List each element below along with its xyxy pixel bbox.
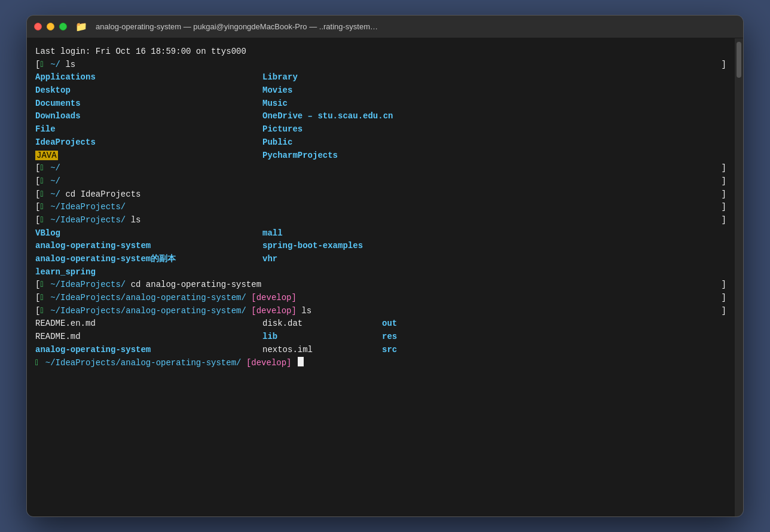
java-highlighted: JAVA <box>35 151 58 160</box>
terminal-body[interactable]: Last login: Fri Oct 16 18:59:00 on ttys0… <box>27 38 735 516</box>
login-line: Last login: Fri Oct 16 18:59:00 on ttys0… <box>35 45 726 59</box>
terminal-cursor <box>298 357 304 366</box>
ls-row7: JAVA PycharmProjects <box>35 149 726 163</box>
out: out <box>382 319 397 328</box>
ls-row2: Desktop Movies <box>35 84 726 97</box>
ls-col1-row1: Applications <box>35 71 262 84</box>
learn-spring: learn_spring <box>35 266 96 279</box>
ls-row3: Documents Music <box>35 97 726 111</box>
ls-row4: Downloads OneDrive – stu.scau.edu.cn <box>35 110 726 123</box>
bracket-close: ] <box>722 59 726 72</box>
path-home: ~/ <box>45 59 60 72</box>
idea-ls-row3: analog-operating-system的副本 vhr <box>35 253 726 266</box>
readme-md: README.md <box>35 332 81 341</box>
folder-icon: 📁 <box>75 21 87 33</box>
analog-ls-row1: README.en.md disk.dat out <box>35 317 726 331</box>
analog-os-dir: analog-operating-system <box>35 345 151 354</box>
titlebar: 📁 analog-operating-system — pukgai@yingo… <box>27 16 743 38</box>
ls-col2-row4: OneDrive – stu.scau.edu.cn <box>262 110 393 123</box>
mall: mall <box>262 228 283 238</box>
prompt-develop-ls: [ ~/IdeaProjects/analog-operating-syste… <box>35 305 726 318</box>
prompt-cd-analog: [ ~/IdeaProjects/ cd analog-operating-s… <box>35 279 726 292</box>
lib: lib <box>262 332 277 341</box>
terminal-window: 📁 analog-operating-system — pukgai@yingo… <box>26 15 744 517</box>
prompt-empty1: [ ~/ ] <box>35 162 726 175</box>
idea-ls-row4: learn_spring <box>35 266 726 279</box>
scrollbar-thumb[interactable] <box>737 42 741 78</box>
ls-row5: File Pictures <box>35 123 726 136</box>
close-button[interactable] <box>34 23 42 30</box>
ls-col2-row7: PycharmProjects <box>262 149 338 163</box>
spring-boot-examples: spring-boot-examples <box>262 241 363 250</box>
readme-en: README.en.md <box>35 319 96 328</box>
ls-col1-row3: Documents <box>35 97 262 111</box>
ls-col1-row7: JAVA <box>35 149 262 163</box>
ls-col2-row6: Public <box>262 136 292 149</box>
bracket-open: [ <box>35 59 40 72</box>
vblog: VBlog <box>35 228 60 238</box>
analog-ls-row2: README.md lib res <box>35 331 726 344</box>
prompt-idea-ls: [ ~/IdeaProjects/ ls ] <box>35 214 726 227</box>
ls-output: Applications Library <box>35 71 726 84</box>
window-title: analog-operating-system — pukgai@yingong… <box>96 22 736 31</box>
login-text: Last login: Fri Oct 16 18:59:00 on ttys0… <box>35 45 246 59</box>
apple-glyph:  <box>40 59 45 72</box>
prompt-cd-idea: [ ~/ cd IdeaProjects ] <box>35 188 726 201</box>
prompt-ls: [ ~/ ls ] <box>35 59 726 72</box>
ls-row6: IdeaProjects Public <box>35 136 726 149</box>
prompt-idea-empty: [ ~/IdeaProjects/ ] <box>35 201 726 214</box>
disk-dat: disk.dat <box>262 319 302 328</box>
analog-ls-row3: analog-operating-system nextos.iml src <box>35 344 726 357</box>
ls-col1-row5: File <box>35 123 262 136</box>
cmd-ls: ls <box>60 59 75 72</box>
src: src <box>382 345 397 354</box>
ls-col2-row1: Library <box>262 71 298 84</box>
res: res <box>382 332 397 341</box>
maximize-button[interactable] <box>59 23 67 30</box>
ls-col2-row3: Music <box>262 97 288 111</box>
idea-ls-row1: VBlog mall <box>35 227 726 240</box>
ls-col1-row2: Desktop <box>35 84 262 97</box>
minimize-button[interactable] <box>47 23 54 30</box>
nextos-iml: nextos.iml <box>262 345 313 354</box>
prompt-empty2: [ ~/ ] <box>35 175 726 188</box>
ls-col1-row6: IdeaProjects <box>35 136 262 149</box>
idea-ls-row2: analog-operating-system spring-boot-exam… <box>35 240 726 253</box>
scrollbar[interactable] <box>735 38 743 516</box>
analog-os: analog-operating-system <box>35 241 151 250</box>
prompt-develop-empty: [ ~/IdeaProjects/analog-operating-syste… <box>35 292 726 305</box>
analog-os-copy: analog-operating-system的副本 <box>35 254 176 264</box>
vhr: vhr <box>262 254 277 264</box>
ls-col2-row5: Pictures <box>262 123 302 136</box>
ls-col1-row4: Downloads <box>35 110 262 123</box>
terminal-area: Last login: Fri Oct 16 18:59:00 on ttys0… <box>27 38 743 516</box>
ls-col2-row2: Movies <box>262 84 292 97</box>
prompt-final[interactable]:  ~/IdeaProjects/analog-operating-system… <box>35 357 726 370</box>
